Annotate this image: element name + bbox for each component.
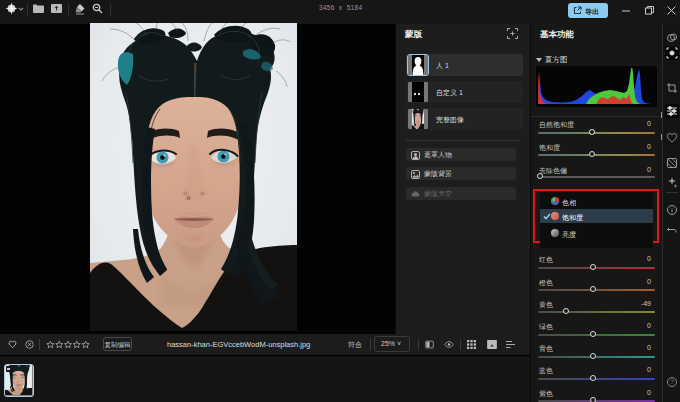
svg-text:?: ?: [670, 378, 674, 385]
